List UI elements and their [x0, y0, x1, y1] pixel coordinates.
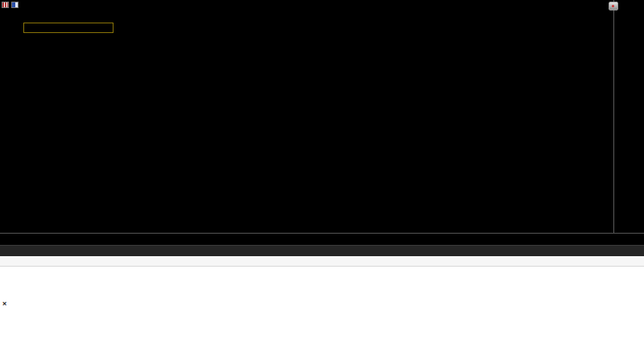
terminal-trade-panel: × — [0, 256, 644, 348]
time-axis — [0, 233, 644, 245]
chart-type-icon — [11, 2, 19, 8]
trading-platform-window: × — [0, 0, 644, 348]
candlestick-chart[interactable] — [0, 0, 613, 233]
chart-title-bar — [2, 1, 21, 9]
close-all-button-icon[interactable] — [609, 2, 618, 10]
terminal-table-header — [0, 256, 644, 267]
symbol-logo-icon — [2, 2, 9, 8]
chart-area[interactable] — [0, 0, 644, 245]
chart-tab-bar — [0, 245, 644, 256]
price-axis — [613, 0, 644, 234]
terminal-close-icon[interactable]: × — [2, 258, 6, 348]
close-trade-manager-button[interactable] — [23, 23, 114, 33]
